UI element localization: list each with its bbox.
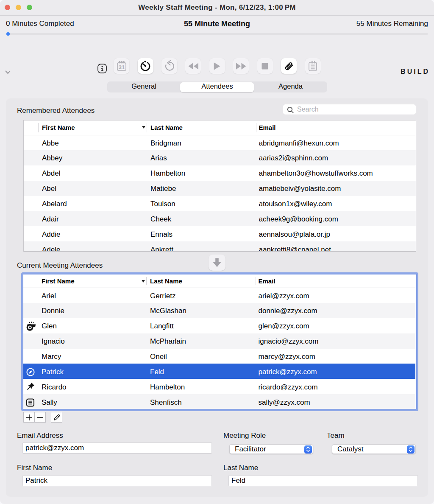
svg-text:31: 31 xyxy=(118,64,124,70)
